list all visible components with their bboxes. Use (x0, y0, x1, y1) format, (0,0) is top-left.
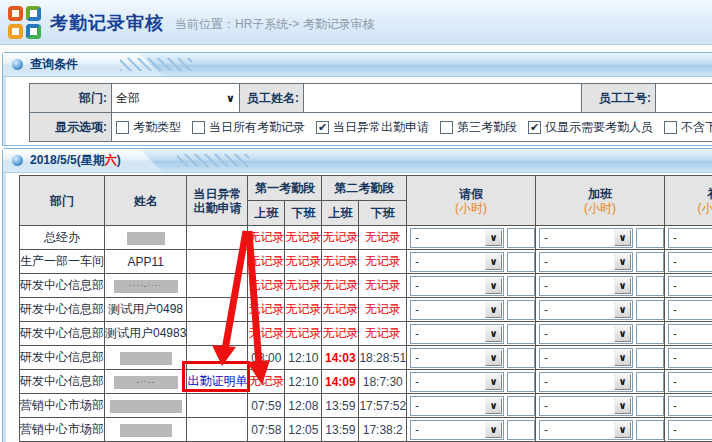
time-cell-2: 无记录 (322, 226, 359, 250)
overtime-hours-input[interactable] (636, 372, 664, 392)
extra-type-select[interactable]: -∨ (668, 324, 712, 344)
screen: 考勤记录审核 当前位置：HR子系统-> 考勤记录审核 查询条件 部门: 全部 ∨ (0, 0, 712, 442)
leave-hours-input[interactable] (507, 252, 535, 272)
time-cell-3: 17:57:52 (359, 394, 407, 418)
employee-name-input[interactable] (304, 84, 581, 112)
checkbox-checked-icon[interactable]: ✔ (316, 121, 329, 134)
checkbox-icon[interactable] (664, 121, 677, 134)
extra-type-select[interactable]: -∨ (668, 348, 712, 368)
leave-hours-input[interactable] (507, 420, 535, 440)
leave-type-select[interactable]: -∨ (410, 252, 504, 272)
overtime-cell: -∨ (536, 298, 665, 322)
checkbox-icon[interactable] (192, 121, 205, 134)
leave-hours-input[interactable] (507, 396, 535, 416)
name-cell: 测试用户04983 (105, 322, 187, 346)
leave-type-select[interactable]: -∨ (410, 348, 504, 368)
app-logo-icon (8, 6, 41, 39)
leave-type-select[interactable]: -∨ (410, 300, 504, 320)
redaction-box (127, 232, 165, 245)
leave-hours-input[interactable] (507, 300, 535, 320)
leave-type-select[interactable]: -∨ (410, 396, 504, 416)
chevron-down-icon: ∨ (614, 326, 631, 342)
overtime-hours-input[interactable] (636, 228, 664, 248)
overtime-hours-input[interactable] (636, 420, 664, 440)
dept-cell: 总经办 (20, 226, 105, 250)
overtime-type-select[interactable]: -∨ (539, 228, 633, 248)
leave-type-select[interactable]: -∨ (410, 276, 504, 296)
chevron-down-icon: ∨ (614, 278, 631, 294)
table-row: 研发中心信息部08:0012:1014:0318:28:51-∨-∨-∨ (20, 346, 712, 370)
table-row: 研发中心信息部-··--出勤证明单无记录12:1014:0918:7:30-∨-… (20, 370, 712, 394)
overtime-type-select[interactable]: -∨ (539, 372, 633, 392)
overtime-type-select[interactable]: -∨ (539, 420, 633, 440)
overtime-type-select[interactable]: -∨ (539, 348, 633, 368)
redaction-box: -··-- (114, 376, 178, 389)
extra-type-select[interactable]: -∨ (668, 252, 712, 272)
leave-hours-input[interactable] (507, 324, 535, 344)
table-row: 研发中心信息部测试用户0498无记录无记录无记录无记录-∨-∨-∨ (20, 298, 712, 322)
leave-hours-input[interactable] (507, 276, 535, 296)
redaction-box: ····-···· (114, 280, 178, 293)
table-row: 研发中心信息部测试用户04983无记录无记录无记录无记录-∨-∨-∨ (20, 322, 712, 346)
overtime-hours-input[interactable] (636, 252, 664, 272)
leave-type-select[interactable]: -∨ (410, 324, 504, 344)
dept-select[interactable]: 全部 ∨ (112, 84, 239, 112)
time-cell-2: 14:09 (322, 370, 359, 394)
extra-cell: -∨ (665, 346, 712, 370)
col-header-period1: 第一考勤段 (248, 176, 322, 201)
time-cell-2: 无记录 (322, 322, 359, 346)
name-cell (105, 394, 187, 418)
leave-type-select[interactable]: -∨ (410, 420, 504, 440)
leave-cell: -∨ (407, 418, 536, 442)
extra-type-select[interactable]: -∨ (668, 420, 712, 440)
bullet-icon (12, 155, 23, 166)
dept-cell: 研发中心信息部 (20, 298, 105, 322)
leave-type-select-value: - (411, 399, 419, 413)
date-weekday: 六 (105, 153, 117, 167)
extra-type-select-value: - (669, 255, 677, 269)
employee-id-input[interactable] (656, 84, 712, 112)
overtime-type-select[interactable]: -∨ (539, 396, 633, 416)
overtime-hours-input[interactable] (636, 324, 664, 344)
overtime-hours-input[interactable] (636, 300, 664, 320)
extra-type-select[interactable]: -∨ (668, 300, 712, 320)
overtime-hours-input[interactable] (636, 396, 664, 416)
leave-hours-input[interactable] (507, 228, 535, 248)
extra-type-select[interactable]: -∨ (668, 228, 712, 248)
time-cell-0: 无记录 (248, 226, 285, 250)
extra-type-select-value: - (669, 303, 677, 317)
leave-cell: -∨ (407, 274, 536, 298)
attendance-certificate-link[interactable]: 出勤证明单 (187, 374, 247, 388)
display-option-label: 不含下级 (681, 119, 712, 136)
overtime-cell: -∨ (536, 274, 665, 298)
leave-type-select[interactable]: -∨ (410, 372, 504, 392)
leave-cell: -∨ (407, 394, 536, 418)
display-option-5: 不含下级 (664, 119, 712, 136)
time-cell-3: 17:38:2 (359, 418, 407, 442)
checkbox-icon[interactable] (116, 121, 129, 134)
extra-type-select-value: - (669, 423, 677, 437)
extra-type-select-value: - (669, 327, 677, 341)
overtime-type-select[interactable]: -∨ (539, 324, 633, 344)
page-title: 考勤记录审核 (50, 11, 164, 35)
table-row: 营销中心市场部07:5812:0513:5917:38:2-∨-∨-∨ (20, 418, 712, 442)
time-cell-1: 12:05 (285, 418, 322, 442)
overtime-type-select[interactable]: -∨ (539, 252, 633, 272)
overtime-hours-input[interactable] (636, 348, 664, 368)
leave-hours-input[interactable] (507, 348, 535, 368)
extra-type-select[interactable]: -∨ (668, 396, 712, 416)
leave-cell: -∨ (407, 370, 536, 394)
cert-cell (187, 322, 248, 346)
leave-type-select[interactable]: -∨ (410, 228, 504, 248)
extra-type-select[interactable]: -∨ (668, 276, 712, 296)
leave-cell: -∨ (407, 226, 536, 250)
checkbox-icon[interactable] (440, 121, 453, 134)
overtime-hours-input[interactable] (636, 276, 664, 296)
leave-hours-input[interactable] (507, 372, 535, 392)
overtime-type-select[interactable]: -∨ (539, 300, 633, 320)
extra-type-select[interactable]: -∨ (668, 372, 712, 392)
leave-type-select-value: - (411, 279, 419, 293)
checkbox-checked-icon[interactable]: ✔ (528, 121, 541, 134)
stripes-decor (177, 154, 249, 167)
overtime-type-select[interactable]: -∨ (539, 276, 633, 296)
